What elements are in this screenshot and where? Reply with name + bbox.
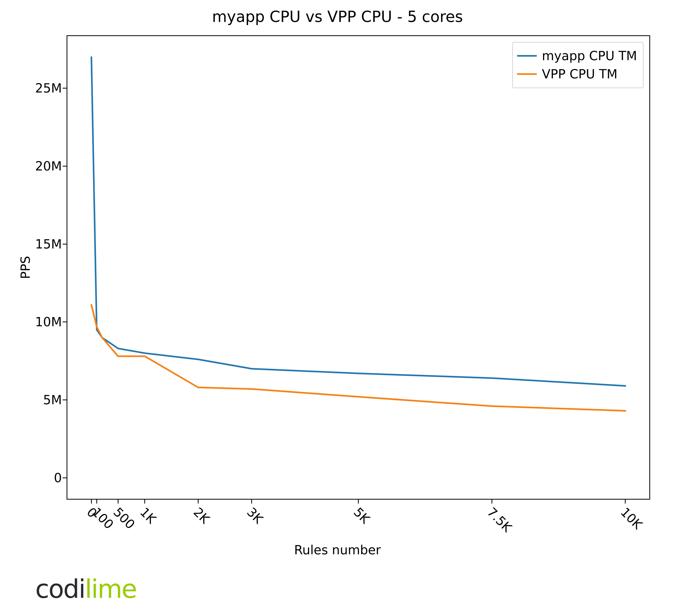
y-tick [63, 166, 67, 166]
x-tick-label: 10K [618, 505, 645, 532]
y-tick-label: 10M [35, 315, 62, 329]
x-tick [198, 499, 199, 503]
y-tick-label: 5M [43, 393, 62, 407]
x-axis-label: Rules number [0, 543, 675, 557]
y-axis-label: PPS [18, 256, 33, 279]
series-line-vpp-cpu-tm [91, 305, 625, 411]
y-tick [63, 477, 67, 478]
legend-label: myapp CPU TM [542, 47, 637, 65]
series-line-myapp-cpu-tm [91, 57, 625, 386]
chart-title: myapp CPU vs VPP CPU - 5 cores [0, 8, 675, 25]
y-tick [63, 322, 67, 322]
x-tick [91, 499, 92, 503]
legend-item: myapp CPU TM [517, 47, 637, 65]
x-tick [251, 499, 252, 503]
y-tick-label: 0 [54, 471, 62, 485]
x-tick-label: 2K [191, 505, 213, 527]
x-tick-label: 7.5K [484, 505, 514, 535]
x-tick [625, 499, 626, 503]
x-tick-label: 5K [351, 505, 373, 527]
logo-text-codi: codi [35, 574, 85, 604]
legend-swatch [517, 55, 537, 57]
x-tick [492, 499, 492, 503]
plot-area: myapp CPU TM VPP CPU TM 05M10M15M20M25M … [67, 35, 650, 500]
x-tick [96, 499, 97, 503]
y-tick-label: 15M [35, 237, 62, 251]
x-tick-label: 3K [244, 505, 266, 527]
legend-swatch [517, 73, 537, 75]
logo-text-lime: lime [85, 574, 137, 604]
y-tick [63, 400, 67, 400]
y-tick-label: 25M [35, 81, 62, 95]
legend: myapp CPU TM VPP CPU TM [512, 42, 644, 88]
legend-item: VPP CPU TM [517, 65, 637, 83]
codilime-logo: codilime [35, 574, 137, 604]
y-tick [63, 88, 67, 88]
y-tick [63, 244, 67, 245]
x-tick [118, 499, 119, 503]
y-tick-label: 20M [35, 159, 62, 174]
x-tick-label: 1K [137, 505, 159, 527]
chart-figure: myapp CPU vs VPP CPU - 5 cores PPS myapp… [0, 0, 675, 616]
x-tick-label: 500 [110, 505, 138, 532]
plot-svg [67, 36, 649, 499]
x-tick [144, 499, 145, 503]
legend-label: VPP CPU TM [542, 65, 617, 83]
x-tick [358, 499, 359, 503]
